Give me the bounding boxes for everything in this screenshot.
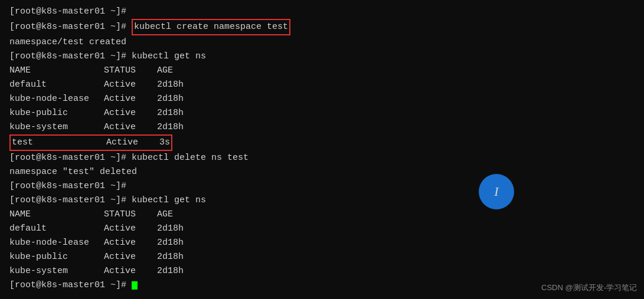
table-row-kube-system-2: kube-systemActive2d18h	[9, 264, 635, 278]
table-row-default-2: defaultActive2d18h	[9, 222, 635, 236]
terminal: [root@k8s-master01 ~]# [root@k8s-master0…	[0, 0, 644, 299]
line-3: namespace/test created	[9, 35, 635, 50]
output-namespace-created: namespace/test created	[9, 35, 126, 50]
row-age-kube-node-lease-2: 2d18h	[157, 236, 184, 250]
col-header-age-1: AGE	[157, 64, 173, 78]
row-age-kube-public-1: 2d18h	[157, 106, 184, 120]
col-header-status-2: STATUS	[104, 208, 157, 222]
row-name-kube-system-1: kube-system	[9, 120, 104, 134]
line-delete-result: namespace "test" deleted	[9, 165, 635, 179]
highlighted-test-row: testActive3s	[9, 134, 172, 151]
row-status-default-1: Active	[104, 78, 157, 92]
table-header-1: NAMESTATUSAGE	[9, 64, 635, 78]
line-delete-cmd: [root@k8s-master01 ~]# kubectl delete ns…	[9, 151, 635, 165]
prompt-delete: [root@k8s-master01 ~]# kubectl delete ns…	[9, 151, 249, 165]
row-age-test: 3s	[159, 136, 170, 150]
row-name-kube-public-1: kube-public	[9, 106, 104, 120]
row-age-default-2: 2d18h	[157, 222, 184, 236]
row-age-kube-system-2: 2d18h	[157, 264, 184, 278]
row-name-kube-system-2: kube-system	[9, 264, 104, 278]
line-1: [root@k8s-master01 ~]#	[9, 5, 635, 19]
watermark: CSDN @测试开发-学习笔记	[541, 282, 637, 293]
col-header-age-2: AGE	[157, 208, 173, 222]
prompt-final: [root@k8s-master01 ~]#	[9, 278, 132, 293]
line-4: [root@k8s-master01 ~]# kubectl get ns	[9, 50, 635, 64]
row-name-kube-node-lease-1: kube-node-lease	[9, 92, 104, 106]
row-age-kube-public-2: 2d18h	[157, 250, 184, 264]
row-name-kube-public-2: kube-public	[9, 250, 104, 264]
row-status-test: Active	[106, 136, 159, 150]
output-namespace-deleted: namespace "test" deleted	[9, 165, 137, 179]
prompt-1: [root@k8s-master01 ~]#	[9, 5, 126, 19]
row-name-kube-node-lease-2: kube-node-lease	[9, 236, 104, 250]
row-name-test: test	[12, 136, 106, 150]
table-row-test-highlighted: testActive3s	[9, 134, 635, 151]
row-status-kube-public-1: Active	[104, 106, 157, 120]
highlighted-command: kubectl create namespace test	[132, 19, 290, 35]
row-status-kube-public-2: Active	[104, 250, 157, 264]
row-age-kube-system-1: 2d18h	[157, 120, 184, 134]
table-row-kube-node-lease-2: kube-node-leaseActive2d18h	[9, 236, 635, 250]
col-header-name-2: NAME	[9, 208, 104, 222]
terminal-cursor	[132, 281, 138, 290]
row-age-kube-node-lease-1: 2d18h	[157, 92, 184, 106]
row-status-default-2: Active	[104, 222, 157, 236]
row-status-kube-node-lease-2: Active	[104, 236, 157, 250]
table-row-kube-public-2: kube-publicActive2d18h	[9, 250, 635, 264]
row-name-default-2: default	[9, 222, 104, 236]
table-row-kube-system-1: kube-systemActive2d18h	[9, 120, 635, 134]
blue-circle-text: I	[494, 184, 498, 199]
col-header-status-1: STATUS	[104, 64, 157, 78]
table-row-kube-public-1: kube-publicActive2d18h	[9, 106, 635, 120]
row-name-default-1: default	[9, 78, 104, 92]
table-row-default-1: defaultActive2d18h	[9, 78, 635, 92]
table-row-kube-node-lease-1: kube-node-leaseActive2d18h	[9, 92, 635, 106]
col-header-name-1: NAME	[9, 64, 104, 78]
prompt-2: [root@k8s-master01 ~]#	[9, 20, 132, 34]
line-2: [root@k8s-master01 ~]# kubectl create na…	[9, 19, 635, 35]
line-empty-prompt: [root@k8s-master01 ~]#	[9, 179, 635, 193]
row-age-default-1: 2d18h	[157, 78, 184, 92]
row-status-kube-system-1: Active	[104, 120, 157, 134]
row-status-kube-node-lease-1: Active	[104, 92, 157, 106]
row-status-kube-system-2: Active	[104, 264, 157, 278]
table-header-2: NAMESTATUSAGE	[9, 208, 635, 222]
line-get-ns-2: [root@k8s-master01 ~]# kubectl get ns	[9, 193, 635, 208]
prompt-empty: [root@k8s-master01 ~]#	[9, 179, 126, 193]
prompt-get-ns-2: [root@k8s-master01 ~]# kubectl get ns	[9, 193, 206, 208]
prompt-4: [root@k8s-master01 ~]# kubectl get ns	[9, 50, 206, 64]
blue-circle-indicator: I	[479, 174, 514, 209]
